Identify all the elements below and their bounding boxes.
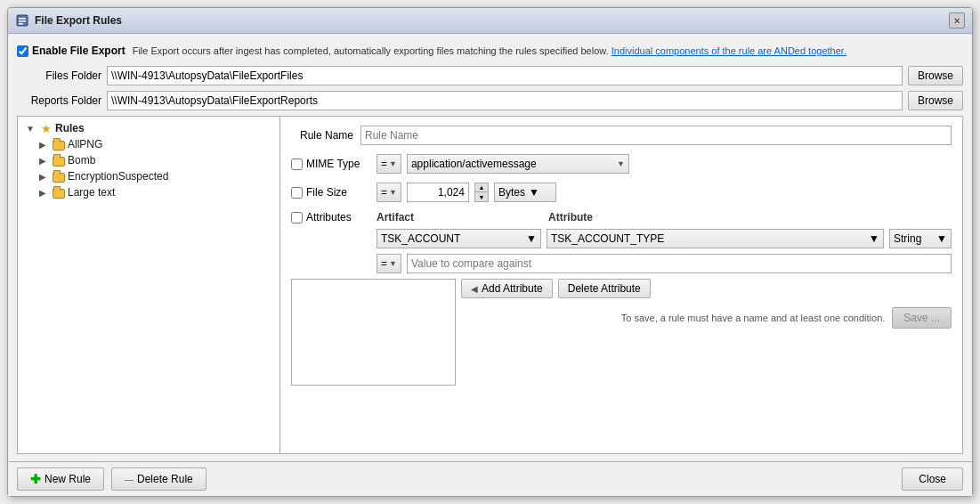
description-text: File Export occurs after ingest has comp… [133, 45, 963, 56]
attr-operator-dropdown[interactable]: = ▼ [377, 254, 401, 273]
file-size-unit-dropdown[interactable]: Bytes ▼ [494, 183, 556, 202]
attributes-label: Attributes [306, 211, 352, 224]
artifact-attr-dropdown-row: TSK_ACCOUNT ▼ TSK_ACCOUNT_TYPE ▼ String … [377, 229, 952, 248]
reports-folder-browse-button[interactable]: Browse [908, 91, 963, 110]
folder-icon-bomb [52, 153, 66, 167]
file-export-rules-dialog: File Export Rules ✕ Enable File Export F… [7, 7, 973, 497]
mime-type-operator-value: = [381, 158, 387, 170]
file-size-operator-dropdown[interactable]: = ▼ [377, 183, 401, 202]
footer-left: ✚ New Rule — Delete Rule [17, 467, 207, 491]
file-size-spin-up[interactable]: ▲ [475, 183, 488, 192]
tree-label-encryption: EncryptionSuspected [68, 170, 168, 183]
save-hint-text: To save, a rule must have a name and at … [621, 313, 886, 323]
attribute-column-header: Attribute [548, 211, 952, 224]
title-bar: File Export Rules ✕ [8, 8, 972, 34]
attributes-checkbox[interactable] [291, 212, 303, 224]
file-size-checkbox[interactable] [291, 187, 303, 199]
files-folder-label: Files Folder [17, 69, 101, 82]
close-icon[interactable]: ✕ [949, 12, 965, 28]
mime-type-checkbox[interactable] [291, 159, 303, 170]
tree-bomb-expand-icon[interactable]: ▶ [36, 153, 50, 167]
tree-label-bomb: Bomb [68, 154, 95, 167]
files-folder-browse-button[interactable]: Browse [908, 66, 963, 85]
title-bar-left: File Export Rules [15, 13, 122, 28]
reports-folder-input[interactable] [107, 91, 903, 110]
add-attribute-icon: ◀ [471, 284, 478, 294]
delete-rule-icon: — [125, 475, 134, 484]
attribute-dropdown-value: TSK_ACCOUNT_TYPE [551, 232, 664, 245]
artifact-dropdown[interactable]: TSK_ACCOUNT ▼ [377, 229, 541, 248]
close-button[interactable]: Close [902, 467, 963, 491]
svg-rect-1 [19, 18, 26, 20]
file-size-spin-down[interactable]: ▼ [475, 192, 488, 201]
rule-name-label: Rule Name [291, 129, 353, 142]
tree-item-allpng[interactable]: ▶ AllPNG [21, 136, 276, 152]
tree-allpng-expand-icon[interactable]: ▶ [36, 137, 50, 151]
reports-folder-label: Reports Folder [17, 94, 101, 107]
star-icon: ★ [39, 121, 53, 135]
attributes-checkbox-wrap: Attributes [291, 211, 371, 224]
description-main: File Export occurs after ingest has comp… [133, 45, 609, 56]
enable-file-export-checkbox-wrap: Enable File Export [17, 45, 126, 57]
rule-editor-panel: Rule Name MIME Type = ▼ application/acti… [280, 117, 962, 453]
artifact-dropdown-arrow: ▼ [526, 232, 537, 245]
attribute-dropdown-arrow: ▼ [869, 232, 879, 245]
delete-attribute-label: Delete Attribute [568, 282, 641, 295]
attr-operator-arrow: ▼ [389, 259, 397, 268]
save-button[interactable]: Save ... [892, 307, 952, 329]
file-size-label: File Size [306, 186, 347, 199]
attribute-value-input[interactable] [407, 254, 952, 273]
delete-rule-label: Delete Rule [137, 473, 193, 485]
dialog-title: File Export Rules [35, 14, 122, 27]
tree-item-largetext[interactable]: ▶ Large text [21, 184, 276, 200]
rule-name-row: Rule Name [291, 126, 952, 145]
attribute-dropdown[interactable]: TSK_ACCOUNT_TYPE ▼ [547, 229, 884, 248]
folder-icon-allpng [52, 137, 66, 151]
artifact-column-header: Artifact [377, 211, 414, 224]
file-size-unit-arrow: ▼ [529, 186, 539, 199]
tree-item-encryptionsuspected[interactable]: ▶ EncryptionSuspected [21, 168, 276, 184]
description-link[interactable]: Individual components of the rule are AN… [611, 45, 846, 56]
tree-root-label: Rules [55, 122, 85, 134]
type-dropdown-arrow: ▼ [936, 232, 947, 245]
new-rule-label: New Rule [45, 473, 91, 485]
dialog-footer: ✚ New Rule — Delete Rule Close [8, 461, 972, 496]
files-folder-input[interactable] [107, 66, 903, 85]
file-size-row: File Size = ▼ ▲ ▼ Bytes ▼ [291, 183, 952, 202]
mime-type-label: MIME Type [306, 158, 360, 170]
new-rule-button[interactable]: ✚ New Rule [17, 467, 104, 491]
delete-rule-button[interactable]: — Delete Rule [111, 467, 207, 491]
rules-tree-panel: ▼ ★ Rules ▶ AllPNG ▶ Bomb ▶ [18, 117, 280, 453]
attr-right-controls: ◀ Add Attribute Delete Attribute To save… [461, 279, 952, 444]
artifact-attr-header-row: Artifact Attribute [377, 211, 952, 224]
tree-root-expand-icon[interactable]: ▼ [23, 121, 37, 135]
main-area: ▼ ★ Rules ▶ AllPNG ▶ Bomb ▶ [17, 116, 963, 454]
files-folder-row: Files Folder Browse [17, 66, 963, 85]
mime-type-value-dropdown[interactable]: application/activemessage ▼ [407, 154, 629, 174]
attributes-section: Attributes Artifact Attribute [291, 211, 952, 444]
rule-name-input[interactable] [360, 126, 952, 145]
mime-type-operator-dropdown[interactable]: = ▼ [377, 154, 401, 174]
tree-enc-expand-icon[interactable]: ▶ [36, 169, 50, 183]
attribute-list-panel [291, 279, 456, 444]
dialog-content: Enable File Export File Export occurs af… [8, 34, 972, 461]
attr-buttons: ◀ Add Attribute Delete Attribute [461, 279, 952, 298]
type-dropdown[interactable]: String ▼ [889, 229, 952, 248]
mime-type-dropdown-value: application/activemessage [411, 158, 537, 170]
tree-root-node[interactable]: ▼ ★ Rules [21, 120, 276, 136]
type-dropdown-value: String [894, 232, 921, 245]
top-bar: Enable File Export File Export occurs af… [17, 41, 963, 61]
folder-icon-largetext [52, 185, 66, 199]
file-size-input[interactable] [407, 183, 469, 202]
artifact-dropdown-value: TSK_ACCOUNT [381, 232, 460, 245]
tree-item-bomb[interactable]: ▶ Bomb [21, 152, 276, 168]
tree-label-largetext: Large text [68, 186, 115, 199]
attribute-list [291, 279, 456, 386]
file-size-spinner: ▲ ▼ [474, 183, 489, 202]
mime-type-operator-arrow: ▼ [389, 159, 397, 168]
file-size-unit-value: Bytes [498, 186, 525, 199]
tree-large-expand-icon[interactable]: ▶ [36, 185, 50, 199]
add-attribute-button[interactable]: ◀ Add Attribute [461, 279, 553, 298]
enable-file-export-checkbox[interactable] [17, 45, 28, 57]
delete-attribute-button[interactable]: Delete Attribute [558, 279, 651, 298]
